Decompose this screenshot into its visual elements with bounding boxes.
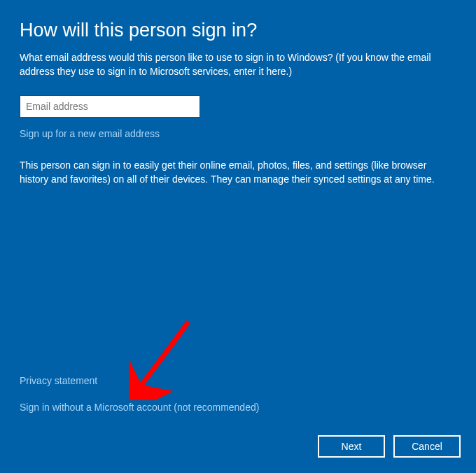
dialog-content: How will this person sign in? What email… bbox=[0, 0, 476, 187]
bottom-links: Privacy statement Sign in without a Micr… bbox=[20, 374, 259, 413]
page-subtitle: What email address would this person lik… bbox=[20, 51, 454, 78]
cancel-button[interactable]: Cancel bbox=[393, 435, 461, 458]
dialog-buttons: Next Cancel bbox=[318, 435, 461, 458]
signup-link[interactable]: Sign up for a new email address bbox=[20, 128, 160, 139]
next-button[interactable]: Next bbox=[318, 435, 385, 458]
privacy-statement-link[interactable]: Privacy statement bbox=[20, 375, 97, 386]
sign-in-without-account-link[interactable]: Sign in without a Microsoft account (not… bbox=[20, 402, 259, 413]
description-text: This person can sign in to easily get th… bbox=[20, 158, 454, 187]
page-title: How will this person sign in? bbox=[20, 20, 456, 41]
email-field[interactable] bbox=[20, 95, 200, 118]
